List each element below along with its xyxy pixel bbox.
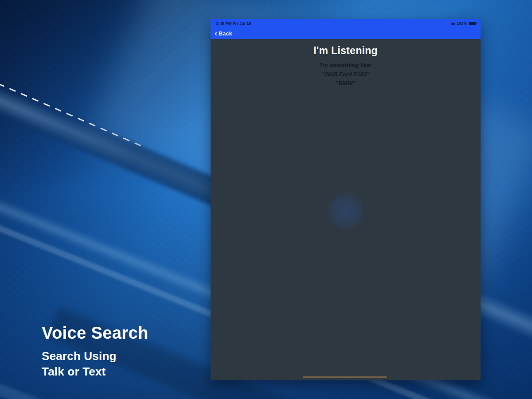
caption-subtitle-line2: Talk or Text <box>42 364 149 379</box>
back-button[interactable]: ‹ Back <box>215 30 232 37</box>
back-chevron-icon: ‹ <box>215 29 217 37</box>
voice-search-screen: I'm Listening Try something like: "2015 … <box>211 39 481 380</box>
listening-heading: I'm Listening <box>211 45 481 57</box>
promo-canvas: Voice Search Search Using Talk or Text 3… <box>0 0 532 399</box>
battery-percent-label: 100% <box>457 21 467 26</box>
tablet-screenshot: 3:45 PM Fri Jul 19 100% ‹ Back I'm Liste… <box>211 19 481 380</box>
app-bar: 3:45 PM Fri Jul 19 100% ‹ Back <box>211 19 481 39</box>
status-right-cluster: 100% <box>451 21 476 26</box>
battery-icon <box>469 22 476 25</box>
caption-block: Voice Search Search Using Talk or Text <box>42 324 149 379</box>
nav-bar: ‹ Back <box>211 27 481 40</box>
status-misc-icon <box>451 23 455 25</box>
caption-title: Voice Search <box>42 324 149 343</box>
status-bar: 3:45 PM Fri Jul 19 100% <box>211 19 481 27</box>
home-indicator-line <box>303 376 387 378</box>
hint-line: "2015 Ford F150" <box>211 70 481 79</box>
hint-line: "BMW" <box>211 79 481 88</box>
road-dashed-line <box>0 78 145 148</box>
caption-subtitle-line1: Search Using <box>42 348 149 364</box>
back-button-label: Back <box>219 31 232 37</box>
hint-text-block: Try something like: "2015 Ford F150" "BM… <box>211 61 481 88</box>
status-time-date: 3:45 PM Fri Jul 19 <box>216 21 251 26</box>
hint-line: Try something like: <box>211 61 481 70</box>
mic-pulse-circle <box>327 192 365 230</box>
